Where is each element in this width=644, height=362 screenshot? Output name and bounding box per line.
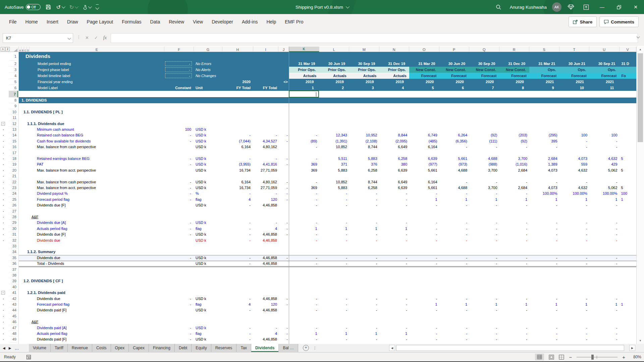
col-header-T[interactable]: T: [559, 47, 590, 52]
cell-H36[interactable]: -: [222, 261, 251, 266]
cell-K32[interactable]: -: [289, 238, 317, 243]
cell-L36[interactable]: -: [319, 261, 347, 266]
cell-I16[interactable]: 4,80,162: [253, 144, 277, 150]
row-label-43[interactable]: Forecast period flag: [37, 302, 162, 307]
cell-Q4[interactable]: Forecast: [470, 73, 497, 79]
cell-U15[interactable]: -: [589, 138, 618, 144]
row-header-48[interactable]: 48: [9, 331, 18, 337]
row-header-39[interactable]: 39: [9, 278, 18, 284]
cell-I36[interactable]: 4,46,858: [253, 261, 277, 266]
row-label-14[interactable]: Retained cash balance BEG: [37, 132, 162, 138]
zoom-level[interactable]: 80%: [630, 355, 641, 359]
sheet-nav-prev-icon[interactable]: ◀: [3, 346, 5, 350]
outline-level-2-button[interactable]: 2: [5, 47, 10, 51]
cell-J25[interactable]: -: [278, 197, 288, 202]
row-label-13[interactable]: Minimum cash amount: [37, 127, 162, 132]
row-header-5[interactable]: 5: [9, 79, 18, 85]
cell-L30[interactable]: 1: [319, 226, 347, 232]
cell-L4[interactable]: Actuals: [320, 73, 347, 79]
sheet-tab-debt[interactable]: Debt: [175, 344, 192, 352]
cell-I19[interactable]: 4,41,816: [253, 162, 277, 167]
cell-L3[interactable]: Prior Ops.: [320, 67, 346, 73]
cell-N24[interactable]: -: [379, 191, 408, 196]
cell-K23[interactable]: 369: [289, 185, 317, 191]
sheet-tab-opex[interactable]: Opex: [111, 344, 129, 352]
cell-N44[interactable]: -: [379, 307, 408, 313]
cell-R29[interactable]: -: [499, 220, 528, 226]
cell-V43[interactable]: 1: [621, 302, 636, 307]
cell-G29[interactable]: USD k: [196, 220, 219, 226]
row-label-36[interactable]: Total - Dividends: [37, 261, 162, 266]
cell-G23[interactable]: USD k: [196, 185, 219, 191]
page-layout-view-button[interactable]: [549, 355, 554, 360]
cell-G31[interactable]: USD k: [196, 232, 219, 237]
cell-H32[interactable]: -: [222, 238, 251, 243]
cell-P16[interactable]: -: [439, 144, 468, 150]
cell-K30[interactable]: 1: [289, 226, 317, 232]
cell-L5[interactable]: 2019: [320, 79, 344, 85]
cell-L20[interactable]: 5,883: [319, 168, 347, 173]
cell-P4[interactable]: Forecast: [440, 73, 467, 79]
cell-I35[interactable]: 4,46,858: [253, 255, 277, 261]
cell-O16[interactable]: 6,164: [409, 144, 437, 150]
row-header-34[interactable]: 34: [9, 249, 18, 255]
row-header-15[interactable]: 15: [9, 138, 18, 144]
cell-M25[interactable]: -: [349, 197, 377, 202]
row-label-23[interactable]: Max. balance from acct. perspective: [37, 185, 162, 191]
cell-F43[interactable]: -: [164, 302, 191, 307]
cell-P36[interactable]: -: [439, 261, 468, 266]
col-header-P[interactable]: P: [439, 47, 470, 52]
cell-O15[interactable]: (485): [409, 138, 437, 144]
row-header-22[interactable]: 22: [9, 179, 18, 185]
sheet-tab-equity[interactable]: Equity: [192, 344, 211, 352]
cell-L32[interactable]: -: [319, 238, 347, 243]
cell-K22[interactable]: -: [289, 179, 317, 185]
cell-M26[interactable]: -: [349, 202, 377, 208]
cell-K25[interactable]: -: [289, 197, 317, 202]
col-header-G[interactable]: G: [194, 47, 222, 52]
cell-Q47[interactable]: -: [469, 325, 497, 331]
col-header-K[interactable]: K: [289, 47, 319, 52]
cell-V24[interactable]: 100: [621, 191, 636, 196]
row-header-14[interactable]: 14: [9, 132, 18, 138]
cell-S31[interactable]: -: [529, 232, 557, 237]
cell-H6[interactable]: FY Total: [222, 85, 251, 91]
cell-S20[interactable]: 4,073: [529, 168, 557, 173]
cell-O49[interactable]: -: [409, 337, 437, 342]
cell-T6[interactable]: 10: [560, 85, 584, 91]
vertical-scrollbar-thumb[interactable]: [638, 53, 643, 142]
row-header-10[interactable]: 10: [9, 109, 18, 115]
cell-Q30[interactable]: -: [469, 226, 497, 232]
cell-M19[interactable]: 376: [349, 162, 377, 167]
cell-S16[interactable]: -: [529, 144, 557, 150]
cell-K5[interactable]: 2019: [290, 79, 314, 85]
cell-P15[interactable]: (6,356): [439, 138, 468, 144]
cell-L49[interactable]: -: [319, 337, 347, 342]
cell-R23[interactable]: 2,684: [499, 185, 528, 191]
cell-T31[interactable]: -: [559, 232, 588, 237]
cell-U32[interactable]: -: [589, 238, 618, 243]
cell-Q32[interactable]: -: [469, 238, 497, 243]
cell-J49[interactable]: -: [278, 337, 288, 342]
cell-K6[interactable]: 1: [290, 85, 314, 91]
cell-K16[interactable]: -: [289, 144, 317, 150]
cell-M16[interactable]: 8,744: [349, 144, 377, 150]
sheet-tab-volume[interactable]: Volume: [29, 344, 51, 352]
cell-O42[interactable]: -: [409, 296, 437, 302]
cell-R2[interactable]: 31 Dec 20: [500, 61, 526, 67]
cell-U2[interactable]: 30 Sep 21: [590, 61, 615, 67]
cell-T15[interactable]: -: [559, 138, 588, 144]
cell-J23[interactable]: -: [278, 185, 288, 191]
cell-Q3[interactable]: New Const.: [470, 67, 496, 73]
cell-Q2[interactable]: 30 Sep 20: [470, 61, 495, 67]
cell-R32[interactable]: -: [499, 238, 528, 243]
new-sheet-button[interactable]: +: [303, 345, 309, 351]
row-header-21[interactable]: 21: [9, 173, 18, 179]
cell-H15[interactable]: (7,044): [222, 138, 251, 144]
cell-V18[interactable]: 5: [621, 156, 636, 162]
cell-Q5[interactable]: 2020: [470, 79, 494, 85]
cell-P48[interactable]: -: [439, 331, 468, 337]
row-header-2[interactable]: 2: [9, 61, 18, 67]
cell-U22[interactable]: -: [589, 179, 618, 185]
row-header-46[interactable]: 46: [9, 319, 18, 325]
